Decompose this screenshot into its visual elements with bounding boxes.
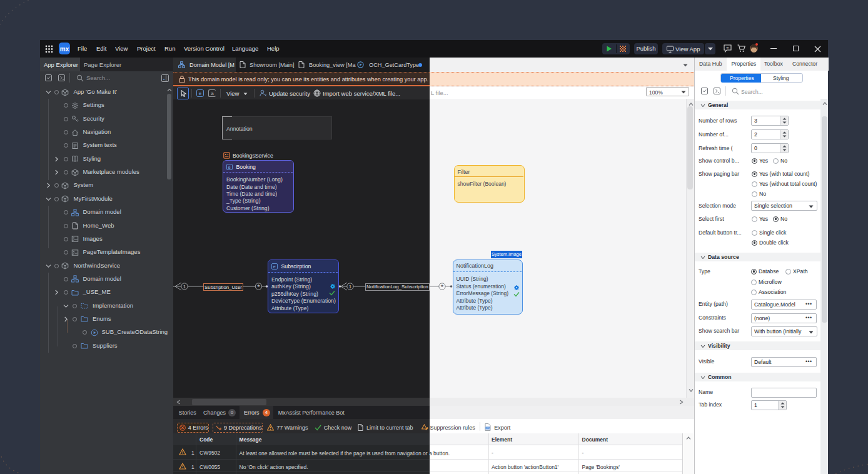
svg-text:1: 1: [349, 284, 352, 290]
svg-text:*: *: [257, 283, 260, 291]
svg-text:CSV: CSV: [486, 427, 490, 430]
svg-text:?!: ?!: [726, 46, 729, 50]
svg-text:*: *: [441, 283, 444, 291]
svg-text:1: 1: [183, 284, 186, 290]
